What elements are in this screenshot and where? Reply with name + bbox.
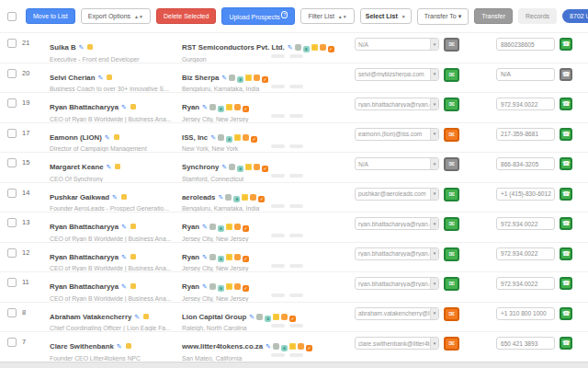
email-dropdown-arrow[interactable]: ▼ xyxy=(430,308,438,319)
search-source-icon[interactable]: a xyxy=(237,166,243,172)
angellist-source-icon[interactable] xyxy=(234,254,241,260)
edit-pencil-icon[interactable]: ✎ xyxy=(97,75,103,81)
transfer-button[interactable]: Transfer xyxy=(474,8,513,24)
crunchbase-source-icon[interactable] xyxy=(242,194,248,201)
tag-note-icon[interactable] xyxy=(130,224,136,229)
row-checkbox[interactable] xyxy=(7,189,17,198)
edit-pencil-icon[interactable]: ✎ xyxy=(121,104,127,110)
angellist-source-icon[interactable] xyxy=(243,134,249,141)
search-source-icon[interactable]: a xyxy=(233,196,240,202)
upload-prospects-button[interactable]: Upload Prospects? xyxy=(221,7,295,25)
email-dropdown-arrow[interactable]: ▼ xyxy=(430,129,438,140)
verified-source-icon[interactable]: ✓ xyxy=(243,106,249,112)
row-checkbox[interactable] xyxy=(7,98,17,108)
call-phone-button[interactable]: ☎ xyxy=(560,157,572,170)
transfer-to-dropdown[interactable]: Transfer To ▾ xyxy=(417,8,469,25)
verified-source-icon[interactable]: ✓ xyxy=(258,196,265,202)
tag-note-icon[interactable] xyxy=(130,283,136,289)
verified-source-icon[interactable]: ✓ xyxy=(243,285,249,292)
row-checkbox[interactable] xyxy=(7,308,17,317)
email-input[interactable]: ryan.bhattacharyya@ryan.com▼ xyxy=(355,98,439,110)
send-email-button[interactable]: ✉ xyxy=(444,188,459,201)
edit-pencil-icon[interactable]: ✎ xyxy=(121,224,127,230)
search-source-icon[interactable]: a xyxy=(218,225,224,232)
email-dropdown-arrow[interactable]: ▼ xyxy=(430,278,438,289)
linkedin-source-icon[interactable] xyxy=(225,194,232,201)
send-email-button[interactable]: ✉ xyxy=(444,157,459,171)
crunchbase-source-icon[interactable] xyxy=(226,104,232,110)
crunchbase-source-icon[interactable] xyxy=(245,164,252,170)
angellist-source-icon[interactable] xyxy=(234,283,241,290)
select-list-dropdown[interactable]: Select List▼ xyxy=(360,8,412,24)
search-source-icon[interactable]: a xyxy=(237,76,243,83)
tag-note-icon[interactable] xyxy=(121,194,127,200)
edit-pencil-icon[interactable]: ✎ xyxy=(105,134,110,141)
email-dropdown-arrow[interactable]: ▼ xyxy=(430,69,438,80)
row-checkbox[interactable] xyxy=(7,69,17,78)
angellist-source-icon[interactable] xyxy=(254,164,260,170)
linkedin-source-icon[interactable] xyxy=(229,164,235,170)
row-checkbox[interactable] xyxy=(7,278,17,287)
crunchbase-source-icon[interactable] xyxy=(226,224,232,230)
phone-input[interactable]: 972.934.0022 xyxy=(496,98,555,110)
row-checkbox[interactable] xyxy=(7,39,17,48)
row-checkbox[interactable] xyxy=(7,338,17,347)
phone-input[interactable]: 8860238605 xyxy=(496,38,555,51)
email-input[interactable]: ryan.bhattacharyya@ryan.com▼ xyxy=(355,277,439,290)
phone-input[interactable]: N/A xyxy=(496,68,555,81)
linkedin-source-icon[interactable] xyxy=(209,104,216,110)
angellist-source-icon[interactable] xyxy=(250,194,256,201)
email-input[interactable]: abraham.vatakencherry@lionc▼ xyxy=(355,307,439,320)
edit-pencil-icon[interactable]: ✎ xyxy=(117,343,122,350)
edit-pencil-icon[interactable]: ✎ xyxy=(121,283,127,290)
email-dropdown-arrow[interactable]: ▼ xyxy=(430,39,438,50)
row-checkbox[interactable] xyxy=(7,218,17,227)
tag-note-icon[interactable] xyxy=(126,343,131,349)
email-dropdown-arrow[interactable]: ▼ xyxy=(430,189,438,200)
call-phone-button[interactable]: ☎ xyxy=(560,247,572,260)
row-checkbox[interactable] xyxy=(7,129,17,138)
tag-note-icon[interactable] xyxy=(114,134,119,140)
bottom-scrollbar-track[interactable] xyxy=(0,362,588,368)
phone-input[interactable]: 972.934.0022 xyxy=(496,277,555,290)
search-source-icon[interactable]: a xyxy=(218,285,224,292)
crunchbase-source-icon[interactable] xyxy=(234,134,241,141)
edit-pencil-icon[interactable]: ✎ xyxy=(112,194,118,201)
call-phone-button[interactable]: ☎ xyxy=(560,38,572,51)
edit-pencil-icon[interactable]: ✎ xyxy=(121,254,127,260)
search-source-icon[interactable]: a xyxy=(226,136,232,143)
phone-input[interactable]: +1 (415)-830-6012 xyxy=(496,188,555,201)
row-checkbox[interactable] xyxy=(7,158,17,167)
crunchbase-source-icon[interactable] xyxy=(226,283,232,290)
email-dropdown-arrow[interactable]: ▼ xyxy=(430,248,438,259)
crunchbase-source-icon[interactable] xyxy=(245,75,252,81)
crunchbase-source-icon[interactable] xyxy=(226,254,232,260)
send-email-button[interactable]: ✉ xyxy=(444,98,459,111)
email-input[interactable]: N/A▼ xyxy=(355,38,439,51)
send-email-button[interactable]: ✉ xyxy=(444,307,459,321)
tag-note-icon[interactable] xyxy=(107,75,112,80)
call-phone-button[interactable]: ☎ xyxy=(560,337,572,350)
email-dropdown-arrow[interactable]: ▼ xyxy=(430,98,438,109)
phone-input[interactable]: 650 421 3893 xyxy=(496,337,555,350)
tag-note-icon[interactable] xyxy=(143,314,149,319)
edit-pencil-icon[interactable]: ✎ xyxy=(134,314,140,320)
call-phone-button[interactable]: ☎ xyxy=(560,68,572,81)
tag-note-icon[interactable] xyxy=(115,164,120,169)
linkedin-source-icon[interactable] xyxy=(209,254,216,260)
verified-source-icon[interactable]: ✓ xyxy=(243,225,249,232)
call-phone-button[interactable]: ☎ xyxy=(560,188,572,201)
email-input[interactable]: N/A▼ xyxy=(355,157,439,170)
delete-selected-button[interactable]: Delete Selected xyxy=(156,8,216,24)
email-input[interactable]: ryan.bhattacharyya@ryan.com▼ xyxy=(355,217,439,230)
export-options-select[interactable]: Export Options▲▼ xyxy=(81,8,151,24)
send-email-button[interactable]: ✉ xyxy=(444,68,459,82)
linkedin-source-icon[interactable] xyxy=(256,314,263,320)
email-input[interactable]: eamonn.(lion)@iss.com▼ xyxy=(355,128,439,141)
send-email-button[interactable]: ✉ xyxy=(444,217,459,231)
email-input[interactable]: ryan.bhattacharyya@ryan.com▼ xyxy=(355,247,439,260)
phone-input[interactable]: +1 310 800 1000 xyxy=(496,307,555,320)
phone-input[interactable]: 972.934.0022 xyxy=(496,217,555,230)
linkedin-source-icon[interactable] xyxy=(229,75,235,81)
tag-note-icon[interactable] xyxy=(130,254,136,259)
